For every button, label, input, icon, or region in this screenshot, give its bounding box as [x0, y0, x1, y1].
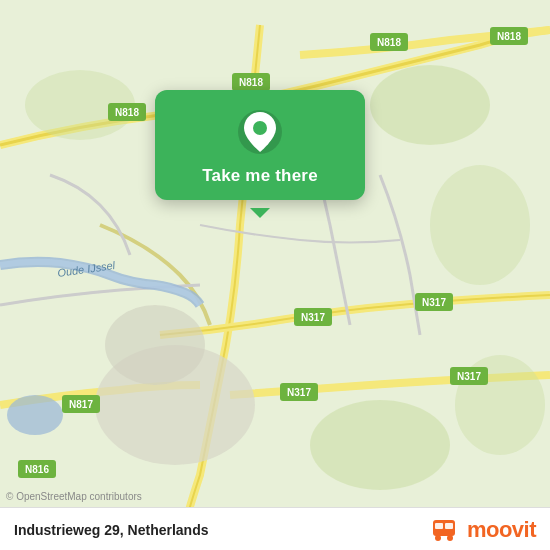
svg-text:N816: N816: [25, 464, 49, 475]
location-pin-icon: [236, 108, 284, 156]
moovit-text: moovit: [467, 517, 536, 543]
svg-text:N818: N818: [115, 107, 139, 118]
svg-text:N317: N317: [287, 387, 311, 398]
map-background: N818 N818 N818 N818 N317 N317 N317 N317 …: [0, 0, 550, 550]
svg-text:N818: N818: [497, 31, 521, 42]
svg-point-6: [310, 400, 450, 490]
svg-point-2: [105, 305, 205, 385]
svg-text:N317: N317: [422, 297, 446, 308]
navigation-button-label: Take me there: [202, 166, 318, 186]
svg-text:N317: N317: [457, 371, 481, 382]
moovit-logo: moovit: [433, 516, 536, 544]
svg-text:N818: N818: [377, 37, 401, 48]
svg-point-36: [447, 535, 453, 541]
svg-text:N818: N818: [239, 77, 263, 88]
svg-text:N317: N317: [301, 312, 325, 323]
location-info: Industrieweg 29, Netherlands: [14, 522, 209, 538]
svg-text:N817: N817: [69, 399, 93, 410]
svg-point-3: [7, 395, 63, 435]
svg-point-4: [370, 65, 490, 145]
moovit-icon: [433, 516, 467, 544]
bottom-info-bar: Industrieweg 29, Netherlands moovit: [0, 507, 550, 550]
map-attribution: © OpenStreetMap contributors: [6, 491, 142, 502]
navigation-popup[interactable]: Take me there: [155, 90, 365, 200]
svg-point-35: [435, 535, 441, 541]
address-label: Industrieweg 29, Netherlands: [14, 522, 209, 538]
svg-point-5: [430, 165, 530, 285]
svg-point-31: [253, 121, 267, 135]
svg-rect-33: [435, 523, 443, 529]
map-container: N818 N818 N818 N818 N317 N317 N317 N317 …: [0, 0, 550, 550]
svg-rect-34: [445, 523, 453, 529]
